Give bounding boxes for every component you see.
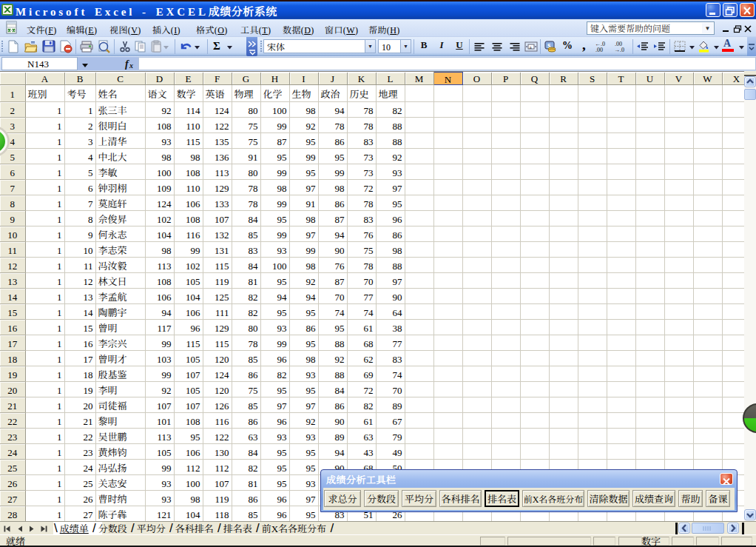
svg-text:→.0: →.0 <box>614 45 624 53</box>
svg-text:x: x <box>129 61 133 70</box>
svg-text:.00: .00 <box>595 45 603 53</box>
